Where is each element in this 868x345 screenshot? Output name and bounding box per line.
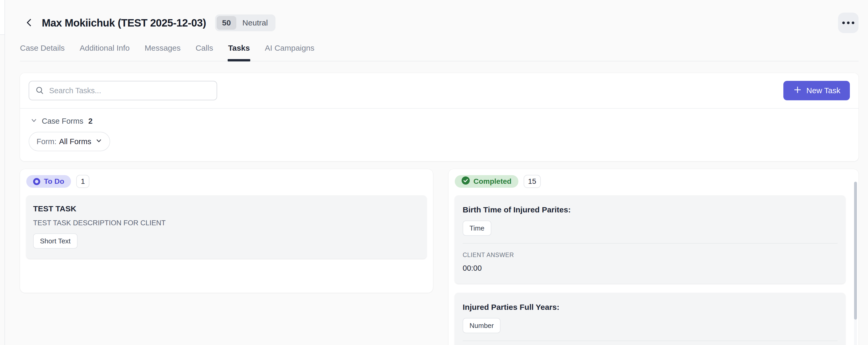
page-header: Max Mokiichuk (TEST 2025-12-03) 50 Neutr…	[5, 0, 868, 33]
tasks-toolbar-card: New Task Case Forms 2 Form: All Forms	[20, 73, 859, 161]
check-circle-icon	[462, 176, 470, 186]
todo-column-header: To Do 1	[26, 175, 427, 188]
completed-column-header: Completed 15	[455, 175, 852, 188]
score-badge: 50	[217, 16, 236, 30]
task-card[interactable]: TEST TASK TEST TASK DESCRIPTION FOR CLIE…	[26, 195, 427, 258]
completed-count-badge: 15	[524, 175, 541, 188]
collapsed-sidebar-header	[0, 0, 4, 35]
chevron-down-icon	[30, 116, 38, 126]
completed-column: Completed 15 Birth Time of Injured Parit…	[448, 169, 859, 345]
completed-scrollbar-track	[854, 182, 857, 345]
task-description: TEST TASK DESCRIPTION FOR CLIENT	[33, 219, 420, 227]
todo-count-badge: 1	[76, 175, 89, 188]
search-tasks-input[interactable]	[29, 81, 217, 100]
task-card[interactable]: Injured Parties Full Years: Number CLIEN…	[455, 293, 845, 345]
task-type-tag: Short Text	[33, 233, 78, 249]
task-card[interactable]: Birth Time of Injured Parites: Time CLIE…	[455, 195, 845, 283]
new-task-label: New Task	[806, 86, 841, 95]
task-title: Birth Time of Injured Parites:	[463, 205, 838, 214]
plus-icon	[793, 85, 802, 96]
sentiment-badge: Neutral	[236, 16, 274, 30]
completed-status-label: Completed	[473, 177, 512, 186]
toolbar-row: New Task	[29, 81, 850, 100]
client-answer-value: 00:00	[463, 264, 838, 273]
completed-status-badge: Completed	[455, 175, 518, 188]
circle-outline-icon	[33, 178, 40, 185]
case-page: Max Mokiichuk (TEST 2025-12-03) 50 Neutr…	[5, 0, 868, 345]
todo-status-label: To Do	[44, 177, 64, 186]
case-forms-count: 2	[88, 117, 93, 126]
search-icon	[35, 86, 44, 96]
task-title: Injured Parties Full Years:	[463, 303, 838, 312]
tab-case-details[interactable]: Case Details	[20, 43, 65, 61]
card-divider	[463, 341, 838, 341]
task-title: TEST TASK	[33, 204, 420, 213]
back-button[interactable]	[23, 17, 35, 29]
tab-bar: Case Details Additional Info Messages Ca…	[20, 43, 859, 62]
more-actions-button[interactable]	[838, 12, 859, 33]
chevron-down-icon	[94, 137, 102, 146]
collapsed-sidebar-edge	[0, 0, 5, 345]
new-task-button[interactable]: New Task	[783, 81, 850, 100]
form-filter-label: Form:	[36, 137, 57, 146]
tab-messages[interactable]: Messages	[145, 43, 181, 61]
tab-ai-campaigns[interactable]: AI Campaigns	[265, 43, 314, 61]
case-forms-toggle[interactable]: Case Forms 2	[30, 116, 850, 126]
form-filter-value: All Forms	[59, 137, 91, 146]
tab-calls[interactable]: Calls	[195, 43, 213, 61]
tab-additional-info[interactable]: Additional Info	[80, 43, 130, 61]
case-score-badge-group: 50 Neutral	[215, 14, 276, 31]
card-divider	[463, 243, 838, 244]
form-filter-dropdown[interactable]: Form: All Forms	[29, 132, 110, 151]
completed-scrollbar-thumb[interactable]	[854, 182, 857, 319]
ellipsis-icon	[842, 22, 845, 24]
todo-status-badge: To Do	[26, 175, 71, 188]
chevron-left-icon	[24, 17, 34, 29]
todo-column: To Do 1 TEST TASK TEST TASK DESCRIPTION …	[20, 169, 433, 293]
client-answer-label: CLIENT ANSWER	[463, 251, 838, 258]
task-type-tag: Number	[463, 318, 500, 333]
task-type-tag: Time	[463, 220, 491, 236]
tasks-board: To Do 1 TEST TASK TEST TASK DESCRIPTION …	[20, 169, 859, 345]
search-wrap	[29, 81, 217, 100]
toolbar-divider	[20, 108, 859, 109]
case-forms-label: Case Forms	[42, 117, 83, 126]
page-title: Max Mokiichuk (TEST 2025-12-03)	[42, 17, 206, 29]
tab-tasks[interactable]: Tasks	[228, 43, 250, 61]
